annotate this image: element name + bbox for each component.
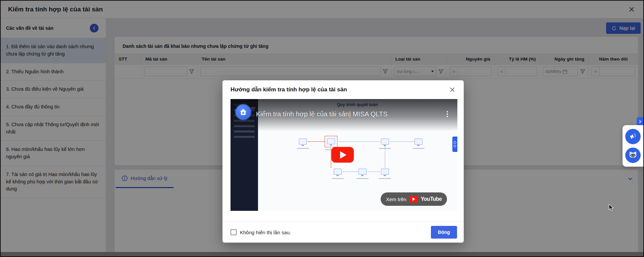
video-menu-kebab-icon[interactable] xyxy=(447,111,448,117)
chevron-right-icon xyxy=(638,120,642,123)
play-icon xyxy=(340,151,346,159)
flowchart-step-icon xyxy=(414,139,423,145)
flowchart-step-icon xyxy=(299,139,307,145)
flowchart-step-icon xyxy=(359,169,367,175)
flowchart-step-icon xyxy=(327,138,335,144)
flowchart-step-icon xyxy=(381,169,389,175)
watch-on-label: Xem trên xyxy=(386,196,406,202)
flowchart-connector xyxy=(338,141,380,142)
dont-show-again-label: Không hiển thị lần sau. xyxy=(240,230,291,235)
guide-video-modal: Hướng dẫn kiểm tra tính hợp lệ của tài s… xyxy=(222,80,464,243)
app-window: Kiểm tra tính hợp lệ của tài sản Các vấn… xyxy=(0,0,644,257)
flowchart-step-label xyxy=(412,148,425,149)
close-icon xyxy=(449,86,456,93)
robot-icon xyxy=(628,150,638,160)
youtube-wordmark: YouTube xyxy=(421,196,442,202)
channel-avatar[interactable] xyxy=(236,104,251,120)
youtube-logo-icon xyxy=(409,196,418,202)
flowchart-connector xyxy=(385,146,385,168)
modal-footer: Không hiển thị lần sau. Đóng xyxy=(222,222,464,243)
modal-dong-button[interactable]: Đóng xyxy=(431,226,457,239)
flowchart-step-icon xyxy=(334,169,342,175)
announcements-button[interactable] xyxy=(625,129,641,144)
flowchart-step-label xyxy=(297,148,309,149)
flowchart-connector xyxy=(308,141,324,142)
flowchart-step-label xyxy=(332,178,344,179)
flowchart-connector xyxy=(368,171,380,172)
support-widget-panel xyxy=(623,125,643,167)
modal-title: Hướng dẫn kiểm tra tính hợp lệ của tài s… xyxy=(231,86,347,93)
flowchart-connector xyxy=(390,141,414,142)
watch-on-youtube-button[interactable]: Xem trên YouTube xyxy=(381,192,447,206)
video-title[interactable]: Kiểm tra tính hợp lệ của tài sản| MISA Q… xyxy=(256,110,388,118)
youtube-video-embed[interactable]: Quy trình quyết toán Kiểm tra tính hợp l… xyxy=(231,99,457,211)
modal-header: Hướng dẫn kiểm tra tính hợp lệ của tài s… xyxy=(222,80,464,99)
video-top-caption: Quy trình quyết toán xyxy=(257,102,457,107)
video-support-widget-tab xyxy=(452,137,457,152)
flowchart-connector xyxy=(343,171,358,172)
flowchart-step-icon xyxy=(381,139,389,145)
widget-expand-tab[interactable] xyxy=(637,117,643,126)
megaphone-icon xyxy=(629,133,637,141)
dont-show-again-checkbox[interactable] xyxy=(231,229,237,235)
chatbot-button[interactable] xyxy=(625,148,641,163)
house-icon xyxy=(239,108,248,116)
modal-close-button[interactable] xyxy=(448,85,457,94)
flowchart-step-label xyxy=(357,178,369,179)
flowchart-step-label xyxy=(379,178,391,179)
youtube-play-button[interactable] xyxy=(331,147,354,163)
